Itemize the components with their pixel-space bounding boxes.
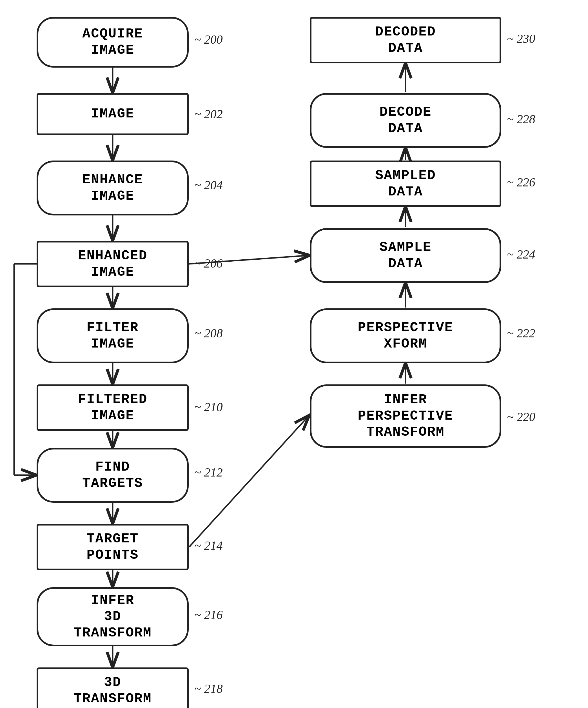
infer-perspective-node: INFER PERSPECTIVE TRANSFORM <box>310 384 501 448</box>
3d-transform-node: 3D TRANSFORM <box>37 668 189 708</box>
infer-perspective-ref: ~ 220 <box>507 410 535 424</box>
diagram-container: ACQUIRE IMAGE ~ 200 IMAGE ~ 202 ENHANCE … <box>0 0 588 708</box>
target-points-label: TARGET POINTS <box>87 531 139 563</box>
sample-data-node: SAMPLE DATA <box>310 228 501 283</box>
find-targets-ref: ~ 212 <box>194 465 223 480</box>
decoded-data-node: DECODED DATA <box>310 17 501 63</box>
acquire-image-node: ACQUIRE IMAGE <box>37 17 189 67</box>
3d-transform-label: 3D TRANSFORM <box>74 675 151 707</box>
enhanced-image-ref: ~ 206 <box>194 256 223 271</box>
perspective-xform-node: PERSPECTIVE XFORM <box>310 308 501 363</box>
acquire-image-label: ACQUIRE IMAGE <box>82 26 143 58</box>
find-targets-node: FIND TARGETS <box>37 448 189 503</box>
acquire-image-ref: ~ 200 <box>194 32 223 47</box>
decode-data-label: DECODE DATA <box>380 104 432 137</box>
enhance-image-ref: ~ 204 <box>194 178 223 193</box>
filtered-image-label: FILTERED IMAGE <box>78 391 147 424</box>
target-points-node: TARGET POINTS <box>37 524 189 570</box>
svg-line-17 <box>189 416 308 547</box>
filtered-image-ref: ~ 210 <box>194 400 223 414</box>
sampled-data-ref: ~ 226 <box>507 175 535 189</box>
filter-image-label: FILTER IMAGE <box>87 320 139 352</box>
infer-3d-transform-ref: ~ 216 <box>194 608 223 622</box>
enhance-image-node: ENHANCE IMAGE <box>37 160 189 215</box>
filtered-image-node: FILTERED IMAGE <box>37 384 189 431</box>
image-label: IMAGE <box>91 106 134 122</box>
enhanced-image-node: ENHANCED IMAGE <box>37 241 189 287</box>
infer-3d-transform-label: INFER 3D TRANSFORM <box>74 593 151 641</box>
3d-transform-ref: ~ 218 <box>194 681 223 696</box>
perspective-xform-label: PERSPECTIVE XFORM <box>358 320 453 352</box>
decoded-data-ref: ~ 230 <box>507 32 535 46</box>
image-node: IMAGE <box>37 93 189 135</box>
enhanced-image-label: ENHANCED IMAGE <box>78 248 147 280</box>
enhance-image-label: ENHANCE IMAGE <box>82 172 143 204</box>
decoded-data-label: DECODED DATA <box>375 24 436 56</box>
target-points-ref: ~ 214 <box>194 538 223 553</box>
filter-image-node: FILTER IMAGE <box>37 308 189 363</box>
filter-image-ref: ~ 208 <box>194 326 223 341</box>
decode-data-node: DECODE DATA <box>310 93 501 148</box>
sample-data-label: SAMPLE DATA <box>380 239 432 272</box>
find-targets-label: FIND TARGETS <box>82 459 143 492</box>
image-ref: ~ 202 <box>194 107 223 121</box>
infer-perspective-label: INFER PERSPECTIVE TRANSFORM <box>358 392 453 440</box>
sample-data-ref: ~ 224 <box>507 247 535 262</box>
sampled-data-label: SAMPLED DATA <box>375 168 436 200</box>
perspective-xform-ref: ~ 222 <box>507 326 535 341</box>
sampled-data-node: SAMPLED DATA <box>310 160 501 207</box>
decode-data-ref: ~ 228 <box>507 112 535 126</box>
infer-3d-transform-node: INFER 3D TRANSFORM <box>37 587 189 646</box>
